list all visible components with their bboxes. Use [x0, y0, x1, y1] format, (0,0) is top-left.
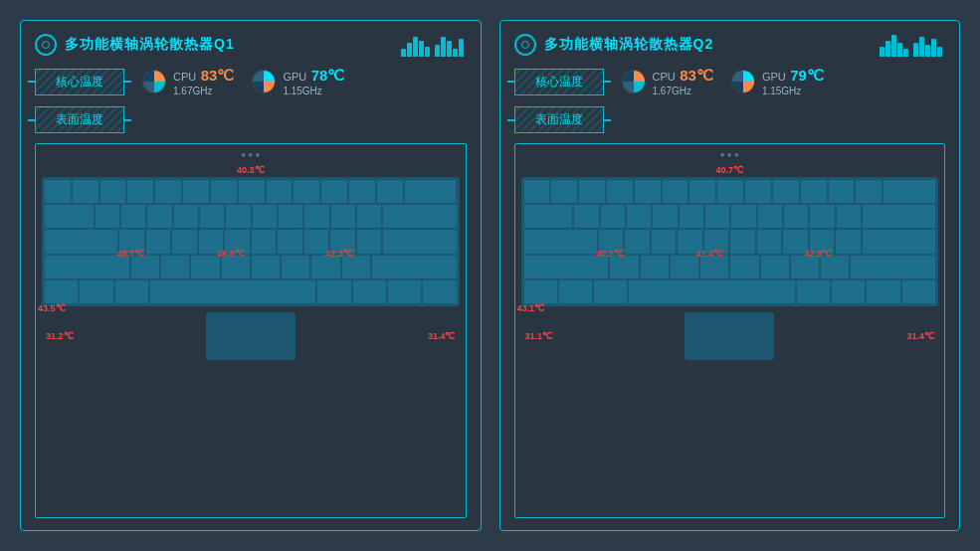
key [45, 180, 71, 203]
key [653, 205, 677, 228]
temp-top-center-q2: 40.7℃ [521, 165, 939, 175]
key [45, 230, 117, 253]
gpu-group-q2: GPU 79℃ 1.15GHz [729, 67, 824, 96]
key [161, 256, 189, 278]
key [279, 205, 302, 228]
bar [425, 47, 430, 57]
key [80, 280, 112, 303]
key [155, 180, 181, 203]
key [96, 205, 119, 228]
key [524, 280, 557, 303]
temp-top-center-q1: 40.3℃ [42, 165, 460, 175]
bar [401, 49, 406, 57]
cpu-info-q1: CPU 83℃ 1.67GHz [173, 67, 234, 96]
surface-temp-row-q1: 表面温度 [35, 106, 467, 133]
key [349, 180, 375, 203]
core-temp-label-q1: 核心温度 [35, 69, 124, 95]
key [863, 230, 935, 253]
surface-temp-label-q1: 表面温度 [35, 106, 124, 133]
gpu-info-q2: GPU 79℃ 1.15GHz [762, 67, 824, 96]
key [183, 180, 209, 203]
key [836, 230, 860, 253]
key [383, 230, 456, 253]
key-row-5 [45, 280, 457, 303]
bar [891, 35, 896, 57]
key [594, 280, 627, 303]
panel-q2-icon [514, 34, 536, 56]
key [652, 230, 676, 253]
temp-mid-left-q1: 48.7℃ [117, 249, 145, 259]
cpu-info-q2: CPU 83℃ 1.67GHz [653, 67, 713, 96]
temp-mid-right-q1: 42.3℃ [325, 249, 353, 259]
key [405, 180, 457, 203]
key [388, 280, 421, 303]
key [100, 180, 126, 203]
key [784, 205, 808, 228]
cpu-freq-q1: 1.67GHz [173, 86, 234, 96]
key [851, 256, 935, 278]
key [629, 280, 794, 303]
cpu-group-q2: CPU 83℃ 1.67GHz [620, 67, 713, 96]
panel-q1-icon-inner [42, 41, 50, 49]
bar [435, 45, 440, 57]
key [641, 256, 669, 278]
bar [419, 41, 424, 57]
core-temp-row-q2: 核心温度 CPU 83℃ 1.67GHz [514, 67, 946, 96]
keyboard-panel-q1: ● ● ● 40.3℃ 43.5℃ [35, 143, 467, 518]
key [131, 256, 159, 278]
key [797, 280, 830, 303]
key-row-1 [45, 180, 457, 203]
key [304, 205, 328, 228]
panel-q1-title-group: 多功能横轴涡轮散热器Q1 [35, 34, 235, 56]
key [121, 205, 145, 228]
bar [453, 49, 458, 57]
cpu-pie-icon-q2 [620, 68, 648, 95]
surface-temp-label-q2: 表面温度 [514, 106, 604, 133]
key [200, 205, 224, 228]
key [211, 180, 237, 203]
panel-q2-title-group: 多功能横轴涡轮散热器Q2 [514, 34, 714, 56]
bar-group-3 [880, 35, 908, 57]
key [601, 205, 625, 228]
key [252, 256, 280, 278]
temp-mid-center-q2: 41.4℃ [696, 249, 724, 259]
key [311, 256, 339, 278]
gpu-pie-icon-q1 [250, 68, 278, 95]
kb-header-q1: ● ● ● [42, 150, 460, 159]
bar-chart-icon-q2 [880, 33, 945, 57]
key [278, 230, 301, 253]
bar [925, 45, 930, 57]
temp-mid-right-q2: 42.8℃ [805, 249, 833, 259]
gpu-pie-icon-q2 [729, 68, 757, 95]
key [253, 205, 277, 228]
key [705, 205, 729, 228]
panel-q2: 多功能横轴涡轮散热器Q2 [499, 20, 961, 531]
key [559, 280, 592, 303]
bar [931, 39, 936, 57]
keyboard-wrapper-q2: 40.7℃ 43.1℃ [521, 165, 939, 511]
bar-group-2 [435, 37, 464, 57]
key [115, 280, 148, 303]
key [357, 205, 381, 228]
key [127, 180, 153, 203]
key [717, 180, 743, 203]
key [524, 205, 573, 228]
key [627, 205, 651, 228]
key [524, 256, 609, 278]
gpu-freq-q2: 1.15GHz [762, 86, 824, 96]
bar-chart-icon-q1 [401, 33, 467, 57]
key [372, 256, 457, 278]
key [579, 180, 605, 203]
key [607, 180, 633, 203]
key [174, 205, 198, 228]
key [625, 230, 649, 253]
key [342, 256, 370, 278]
key [331, 205, 355, 228]
key [610, 256, 638, 278]
key [856, 180, 882, 203]
temp-left-q2: 43.1℃ [517, 303, 545, 313]
keyboard-area-q1: 48.7℃ 46.8℃ 42.3℃ [42, 177, 460, 306]
temp-bottom-left-q2: 31.1℃ [525, 331, 553, 341]
temp-mid-center-q1: 46.8℃ [217, 249, 245, 259]
touchpad-section-q2: 31.1℃ 31.4℃ [521, 312, 939, 360]
